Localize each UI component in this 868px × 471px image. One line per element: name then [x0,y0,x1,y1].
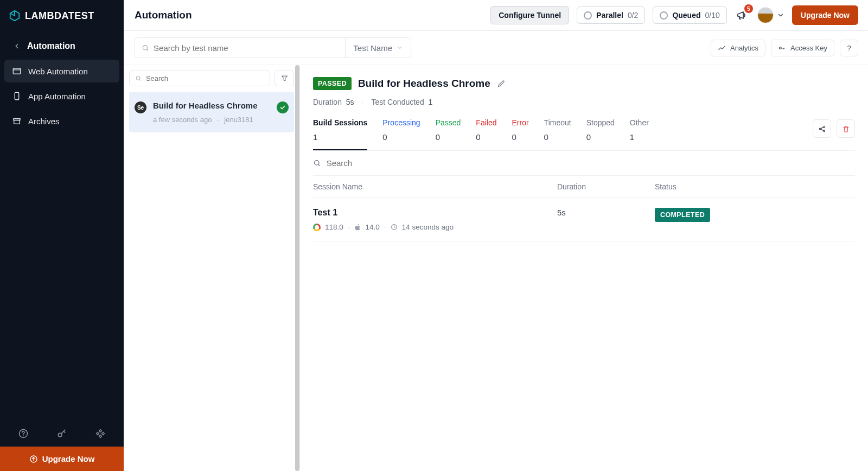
upgrade-now-button[interactable]: Upgrade Now [792,5,858,25]
tab-label: Error [512,118,528,127]
brand-name: LAMBDATEST [25,10,94,22]
tab-label: Processing [382,118,420,127]
chrome-icon [313,224,321,231]
help-icon[interactable] [18,428,29,439]
tab-label: Other [630,118,649,127]
build-item-title: Build for Headless Chrome [153,100,270,111]
user-menu[interactable] [757,7,784,23]
sessions-table-header: Session Name Duration Status [313,175,855,198]
configure-tunnel-button[interactable]: Configure Tunnel [490,6,569,24]
parallel-chip[interactable]: Parallel 0/2 [577,7,645,24]
builds-search-input[interactable] [146,74,264,82]
sidebar-back-label: Automation [27,41,75,51]
chevron-down-icon [397,44,403,51]
build-item-author: jenu3181 [224,116,253,124]
sidebar-item-label: Archives [28,117,60,126]
key-icon[interactable] [56,428,67,439]
tab-count: 1 [630,132,649,142]
browser-version: 118.0 [325,223,343,231]
chevron-left-icon [13,42,21,50]
queued-chip[interactable]: Queued 0/10 [653,7,726,24]
analytics-icon [718,44,726,52]
sidebar-back[interactable]: Automation [4,35,119,58]
integrations-icon[interactable] [95,428,106,439]
mobile-icon [12,91,22,101]
svg-rect-1 [15,92,19,100]
delete-button[interactable] [837,119,855,138]
builds-column: Se Build for Headless Chrome a few secon… [124,65,300,471]
tab-stopped[interactable]: Stopped0 [586,118,615,149]
filter-button[interactable] [275,71,294,86]
sidebar-item-web-automation[interactable]: Web Automation [4,60,119,82]
separator-dot: · [217,116,219,124]
sidebar-item-app-automation[interactable]: App Automation [4,85,119,107]
conducted-value: 1 [428,98,432,106]
sub-toolbar-right: Analytics Access Key ? [711,40,858,56]
queued-label: Queued [672,11,700,20]
tab-timeout[interactable]: Timeout0 [544,118,571,149]
apple-icon [354,223,361,231]
trash-icon [842,125,850,133]
search-type-dropdown[interactable]: Test Name [345,38,411,58]
tab-error[interactable]: Error0 [512,118,528,149]
svg-point-5 [23,435,24,436]
tab-label: Build Sessions [313,118,367,127]
access-key-label: Access Key [790,44,827,52]
build-detail: PASSED Build for Headless Chrome Duratio… [300,65,868,471]
svg-point-13 [823,130,825,131]
tab-count: 1 [313,132,367,142]
selenium-icon: Se [135,101,146,113]
tab-count: 0 [476,132,496,142]
help-button[interactable]: ? [840,40,858,56]
duration-value: 5s [346,98,354,106]
tab-processing[interactable]: Processing0 [382,118,420,149]
scrollbar[interactable] [295,65,299,471]
edit-title-button[interactable] [497,79,506,88]
tab-passed[interactable]: Passed0 [436,118,461,149]
brand-logo[interactable]: LAMBDATEST [0,0,124,31]
chevron-down-icon [777,11,784,19]
session-search-input[interactable] [327,158,855,168]
tab-label: Stopped [586,118,615,127]
topbar: Automation Configure Tunnel Parallel 0/2… [124,0,868,31]
session-search[interactable] [313,151,855,175]
analytics-button[interactable]: Analytics [711,40,765,56]
separator-dot: · [348,223,350,231]
upgrade-icon [29,455,38,463]
sidebar-upgrade-button[interactable]: Upgrade Now [0,447,124,471]
main-search: Test Name [135,37,411,58]
share-button[interactable] [813,119,831,138]
sidebar-upgrade-label: Upgrade Now [42,454,95,463]
notifications-button[interactable]: 5 [735,8,750,23]
parallel-count: 0/2 [628,11,638,20]
build-item[interactable]: Se Build for Headless Chrome a few secon… [129,92,294,132]
tab-build-sessions[interactable]: Build Sessions1 [313,118,367,150]
tab-other[interactable]: Other1 [630,118,649,149]
search-icon [313,159,321,167]
analytics-label: Analytics [730,44,758,52]
session-status-badge: COMPLETED [655,208,710,222]
builds-search[interactable] [129,71,270,86]
tab-count: 0 [436,132,461,142]
sidebar-item-archives[interactable]: Archives [4,110,119,132]
main-search-input[interactable] [154,43,339,53]
share-icon [818,125,826,133]
session-row[interactable]: Test 1 118.0 · 14.0 · 14 seconds ago [313,198,855,241]
tab-failed[interactable]: Failed0 [476,118,496,149]
os-version: 14.0 [366,223,380,231]
sidebar-item-label: App Automation [28,92,86,101]
access-key-button[interactable]: Access Key [771,40,834,56]
sub-toolbar: Test Name Analytics Access Key ? [124,31,868,65]
sidebar-item-label: Web Automation [28,67,88,76]
avatar [757,7,774,23]
build-title: Build for Headless Chrome [358,78,490,90]
separator-dot: · [362,98,364,106]
lambdatest-logo-icon [9,10,21,22]
status-circle-icon [660,11,668,20]
sidebar-footer-icons [0,421,124,447]
col-status: Status [655,182,731,191]
search-icon [135,75,142,82]
main-search-field[interactable] [135,38,345,58]
tab-count: 0 [512,132,528,142]
build-status-pill: PASSED [313,77,352,90]
